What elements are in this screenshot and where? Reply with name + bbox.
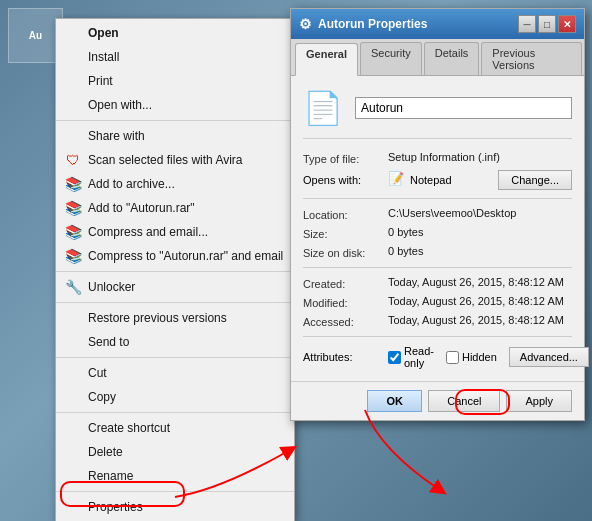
- context-menu-compress-email[interactable]: 📚 Compress and email...: [56, 220, 294, 244]
- created-label: Created:: [303, 276, 388, 290]
- created-row: Created: Today, August 26, 2015, 8:48:12…: [303, 276, 572, 290]
- tab-security[interactable]: Security: [360, 42, 422, 75]
- install-icon: [64, 48, 82, 66]
- taskbar-label: Au: [29, 30, 42, 41]
- advanced-button[interactable]: Advanced...: [509, 347, 589, 367]
- hidden-checkbox[interactable]: [446, 351, 459, 364]
- separator-line-3: [303, 336, 572, 337]
- context-menu-add-autorun[interactable]: 📚 Add to "Autorun.rar": [56, 196, 294, 220]
- separator-line-2: [303, 267, 572, 268]
- context-menu-restore[interactable]: Restore previous versions: [56, 306, 294, 330]
- maximize-button[interactable]: □: [538, 15, 556, 33]
- wrench-icon: 🔧: [64, 278, 82, 296]
- opens-with-label: Opens with:: [303, 174, 388, 186]
- modified-row: Modified: Today, August 26, 2015, 8:48:1…: [303, 295, 572, 309]
- readonly-checkbox[interactable]: [388, 351, 401, 364]
- separator-2: [56, 271, 294, 272]
- context-menu-copy[interactable]: Copy: [56, 385, 294, 409]
- open-with-icon: [64, 96, 82, 114]
- ok-button[interactable]: OK: [367, 390, 422, 412]
- titlebar-icon: ⚙: [299, 16, 312, 32]
- readonly-checkbox-item: Read-only: [388, 345, 434, 369]
- change-button[interactable]: Change...: [498, 170, 572, 190]
- winrar-icon-1: 📚: [64, 175, 82, 193]
- tab-previous-versions[interactable]: Previous Versions: [481, 42, 582, 75]
- notepad-icon: 📝: [388, 171, 406, 189]
- context-menu-compress-autorun-email[interactable]: 📚 Compress to "Autorun.rar" and email: [56, 244, 294, 268]
- location-row: Location: C:\Users\veemoo\Desktop: [303, 207, 572, 221]
- opens-with-row: Opens with: 📝 Notepad Change...: [303, 170, 572, 190]
- share-icon: [64, 127, 82, 145]
- readonly-label: Read-only: [404, 345, 434, 369]
- separator-5: [56, 412, 294, 413]
- size-label: Size:: [303, 226, 388, 240]
- context-menu-open-with[interactable]: Open with...: [56, 93, 294, 117]
- send-to-icon: [64, 333, 82, 351]
- attributes-row: Attributes: Read-only Hidden Advanced...: [303, 345, 572, 369]
- modified-value: Today, August 26, 2015, 8:48:12 AM: [388, 295, 572, 307]
- accessed-row: Accessed: Today, August 26, 2015, 8:48:1…: [303, 314, 572, 328]
- winrar-icon-2: 📚: [64, 199, 82, 217]
- tab-details[interactable]: Details: [424, 42, 480, 75]
- minimize-button[interactable]: ─: [518, 15, 536, 33]
- separator-3: [56, 302, 294, 303]
- window-tabs: General Security Details Previous Versio…: [291, 39, 584, 76]
- rename-icon: [64, 467, 82, 485]
- winrar-icon-3: 📚: [64, 223, 82, 241]
- delete-icon: [64, 443, 82, 461]
- context-menu-create-shortcut[interactable]: Create shortcut: [56, 416, 294, 440]
- print-icon: [64, 72, 82, 90]
- opens-with-app: Notepad: [410, 174, 452, 186]
- hidden-checkbox-item: Hidden: [446, 351, 497, 364]
- separator-1: [56, 120, 294, 121]
- size-on-disk-label: Size on disk:: [303, 245, 388, 259]
- context-menu-delete[interactable]: Delete: [56, 440, 294, 464]
- winrar-icon-4: 📚: [64, 247, 82, 265]
- file-name-input[interactable]: [355, 97, 572, 119]
- file-header: 📄: [303, 88, 572, 139]
- context-menu-rename[interactable]: Rename: [56, 464, 294, 488]
- context-menu-open[interactable]: Open: [56, 21, 294, 45]
- created-value: Today, August 26, 2015, 8:48:12 AM: [388, 276, 572, 288]
- window-titlebar: ⚙ Autorun Properties ─ □ ✕: [291, 9, 584, 39]
- properties-window: ⚙ Autorun Properties ─ □ ✕ General Secur…: [290, 8, 585, 421]
- titlebar-controls: ─ □ ✕: [518, 15, 576, 33]
- context-menu-share-with[interactable]: Share with: [56, 124, 294, 148]
- shortcut-icon: [64, 419, 82, 437]
- context-menu-print[interactable]: Print: [56, 69, 294, 93]
- modified-label: Modified:: [303, 295, 388, 309]
- context-menu-install[interactable]: Install: [56, 45, 294, 69]
- location-label: Location:: [303, 207, 388, 221]
- size-row: Size: 0 bytes: [303, 226, 572, 240]
- close-button[interactable]: ✕: [558, 15, 576, 33]
- tab-general[interactable]: General: [295, 43, 358, 76]
- apply-button[interactable]: Apply: [506, 390, 572, 412]
- context-menu-properties[interactable]: Properties: [56, 495, 294, 519]
- context-menu-add-archive[interactable]: 📚 Add to archive...: [56, 172, 294, 196]
- hidden-label: Hidden: [462, 351, 497, 363]
- avira-icon: 🛡: [64, 151, 82, 169]
- attributes-label: Attributes:: [303, 351, 388, 363]
- context-menu-cut[interactable]: Cut: [56, 361, 294, 385]
- separator-4: [56, 357, 294, 358]
- location-value: C:\Users\veemoo\Desktop: [388, 207, 572, 219]
- accessed-label: Accessed:: [303, 314, 388, 328]
- type-label: Type of file:: [303, 151, 388, 165]
- context-menu: Open Install Print Open with... Share wi…: [55, 18, 295, 521]
- type-row: Type of file: Setup Information (.inf): [303, 151, 572, 165]
- context-menu-unlocker[interactable]: 🔧 Unlocker: [56, 275, 294, 299]
- window-title: Autorun Properties: [318, 17, 427, 31]
- type-value: Setup Information (.inf): [388, 151, 572, 163]
- window-content: 📄 Type of file: Setup Information (.inf)…: [291, 76, 584, 381]
- context-menu-send-to[interactable]: Send to: [56, 330, 294, 354]
- size-on-disk-row: Size on disk: 0 bytes: [303, 245, 572, 259]
- size-value: 0 bytes: [388, 226, 572, 238]
- restore-icon: [64, 309, 82, 327]
- cancel-button[interactable]: Cancel: [428, 390, 500, 412]
- window-buttons: OK Cancel Apply: [291, 381, 584, 420]
- separator-line-1: [303, 198, 572, 199]
- size-on-disk-value: 0 bytes: [388, 245, 572, 257]
- accessed-value: Today, August 26, 2015, 8:48:12 AM: [388, 314, 572, 326]
- cut-icon: [64, 364, 82, 382]
- context-menu-scan-avira[interactable]: 🛡 Scan selected files with Avira: [56, 148, 294, 172]
